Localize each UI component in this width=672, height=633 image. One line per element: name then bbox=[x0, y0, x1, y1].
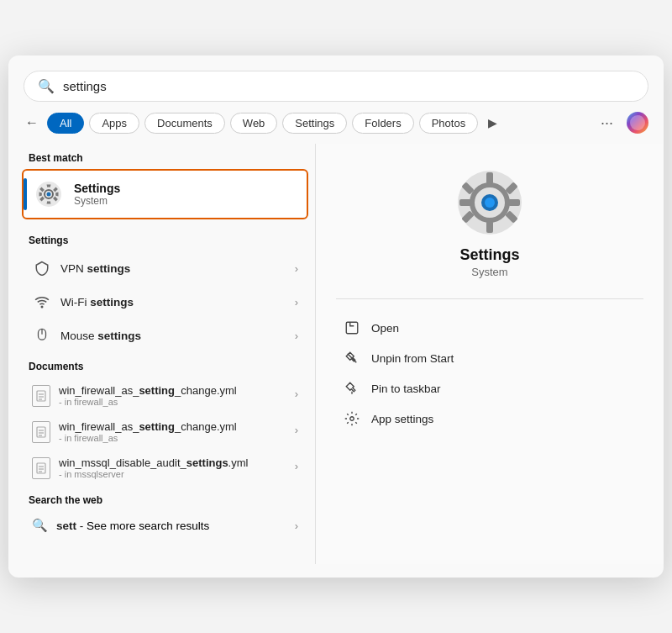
mouse-settings-label: Mouse settings bbox=[60, 330, 141, 342]
svg-point-1 bbox=[630, 115, 645, 130]
best-match-subtitle: System bbox=[74, 195, 120, 207]
svg-point-21 bbox=[485, 198, 495, 208]
chevron-icon: › bbox=[295, 460, 298, 472]
best-match-name: Settings bbox=[74, 182, 120, 195]
tab-photos[interactable]: Photos bbox=[419, 113, 478, 134]
doc-item-3[interactable]: win_mssql_disable_audit_settings.yml - i… bbox=[22, 450, 308, 486]
doc-item-1[interactable]: win_firewall_as_setting_change.yml - in … bbox=[22, 377, 308, 414]
chevron-icon: › bbox=[295, 262, 298, 275]
more-button[interactable]: ··· bbox=[594, 111, 620, 135]
svg-rect-22 bbox=[486, 172, 493, 184]
svg-rect-25 bbox=[508, 199, 520, 206]
tab-apps[interactable]: Apps bbox=[89, 113, 139, 134]
mouse-icon bbox=[32, 325, 52, 346]
document-icon bbox=[32, 421, 50, 443]
search-icon: 🔍 bbox=[32, 518, 48, 533]
tab-documents[interactable]: Documents bbox=[144, 113, 225, 134]
wifi-settings-item[interactable]: Wi-Fi settings › bbox=[22, 285, 308, 319]
settings-app-icon-small bbox=[34, 179, 64, 209]
left-accent bbox=[24, 178, 27, 210]
shield-icon bbox=[32, 258, 52, 278]
back-button[interactable]: ← bbox=[22, 112, 42, 134]
tab-folders[interactable]: Folders bbox=[352, 113, 413, 134]
settings-app-icon-large bbox=[456, 169, 523, 236]
pin-taskbar-action[interactable]: Pin to taskbar bbox=[336, 373, 643, 404]
doc-2-name: win_firewall_as_setting_change.yml bbox=[59, 420, 237, 433]
right-app-name: Settings bbox=[459, 246, 519, 264]
chevron-icon: › bbox=[295, 330, 298, 342]
tab-all[interactable]: All bbox=[47, 113, 84, 134]
best-match-title: Best match bbox=[22, 144, 308, 169]
app-settings-label: App settings bbox=[371, 413, 433, 425]
search-input[interactable] bbox=[63, 79, 634, 93]
svg-rect-30 bbox=[346, 322, 358, 334]
wifi-settings-label: Wi-Fi settings bbox=[60, 296, 134, 309]
doc-3-text: win_mssql_disable_audit_settings.yml - i… bbox=[59, 456, 248, 479]
search-icon: 🔍 bbox=[38, 78, 55, 94]
doc-item-2[interactable]: win_firewall_as_setting_change.yml - in … bbox=[22, 414, 308, 450]
pin-taskbar-label: Pin to taskbar bbox=[371, 382, 441, 395]
document-icon bbox=[32, 457, 50, 479]
chevron-icon: › bbox=[295, 424, 298, 436]
pin-icon bbox=[343, 379, 361, 398]
tab-web[interactable]: Web bbox=[230, 113, 278, 134]
tab-settings[interactable]: Settings bbox=[282, 113, 347, 134]
web-search-text: sett - See more search results bbox=[56, 520, 209, 532]
left-panel: Best match Settings System bbox=[8, 144, 315, 564]
web-description: - See more search results bbox=[76, 520, 209, 532]
search-window: 🔍 ← All Apps Documents Web Settings Fold… bbox=[8, 55, 664, 578]
chevron-icon: › bbox=[295, 296, 298, 309]
svg-point-3 bbox=[47, 193, 51, 197]
mouse-settings-item[interactable]: Mouse settings › bbox=[22, 319, 308, 352]
filter-tabs: ← All Apps Documents Web Settings Folder… bbox=[8, 110, 664, 144]
documents-section-title: Documents bbox=[22, 352, 308, 377]
web-search-item[interactable]: 🔍 sett - See more search results › bbox=[22, 511, 308, 540]
doc-2-text: win_firewall_as_setting_change.yml - in … bbox=[59, 420, 237, 443]
app-settings-action[interactable]: App settings bbox=[336, 404, 643, 434]
right-panel: Settings System Open bbox=[315, 144, 664, 564]
open-label: Open bbox=[371, 322, 399, 335]
doc-3-sub: - in mssqlserver bbox=[59, 469, 248, 479]
chevron-icon: › bbox=[295, 388, 298, 400]
svg-rect-24 bbox=[459, 199, 471, 206]
settings-section-title: Settings bbox=[22, 226, 308, 251]
web-section-title: Search the web bbox=[22, 486, 308, 511]
open-icon bbox=[343, 319, 361, 337]
doc-1-sub: - in firewall_as bbox=[59, 397, 237, 407]
right-app-sub: System bbox=[471, 266, 507, 278]
svg-point-4 bbox=[41, 306, 43, 308]
svg-rect-23 bbox=[486, 221, 493, 233]
vpn-settings-label: VPN settings bbox=[60, 262, 130, 275]
doc-3-name: win_mssql_disable_audit_settings.yml bbox=[59, 456, 248, 469]
doc-1-text: win_firewall_as_setting_change.yml - in … bbox=[59, 384, 237, 407]
chevron-icon: › bbox=[295, 520, 298, 532]
wifi-icon bbox=[32, 292, 52, 312]
best-match-item[interactable]: Settings System bbox=[22, 169, 308, 219]
search-bar: 🔍 bbox=[24, 71, 648, 102]
doc-1-name: win_firewall_as_setting_change.yml bbox=[59, 384, 237, 397]
copilot-icon bbox=[625, 110, 650, 135]
app-settings-icon bbox=[343, 409, 361, 428]
content-area: Best match Settings System bbox=[8, 144, 664, 564]
document-icon bbox=[32, 385, 50, 407]
unpin-start-label: Unpin from Start bbox=[371, 352, 454, 365]
unpin-start-action[interactable]: Unpin from Start bbox=[336, 343, 643, 373]
divider bbox=[336, 298, 643, 299]
web-keyword: sett bbox=[56, 520, 76, 532]
vpn-settings-item[interactable]: VPN settings › bbox=[22, 251, 308, 285]
svg-point-33 bbox=[350, 417, 354, 421]
best-match-text: Settings System bbox=[74, 182, 120, 207]
doc-2-sub: - in firewall_as bbox=[59, 433, 237, 443]
open-action[interactable]: Open bbox=[336, 313, 643, 343]
play-button[interactable]: ▶ bbox=[483, 113, 502, 133]
unpin-icon bbox=[343, 349, 361, 367]
